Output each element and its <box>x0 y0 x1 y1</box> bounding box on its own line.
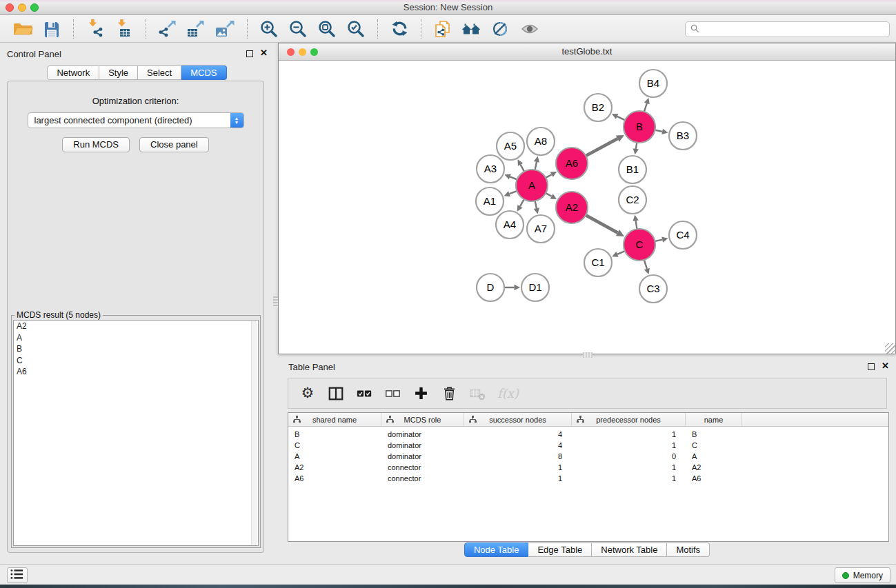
graph-node-B2[interactable]: B2 <box>584 94 612 121</box>
zoom-out-icon[interactable] <box>286 19 310 39</box>
column-header-name[interactable]: name <box>686 413 742 426</box>
refresh-icon[interactable] <box>388 19 411 39</box>
export-network-icon[interactable] <box>156 19 179 39</box>
graph-node-A2[interactable]: A2 <box>556 192 588 223</box>
graph-node-C[interactable]: C <box>624 229 655 261</box>
graph-edge-arrowhead <box>644 98 650 104</box>
graph-node-A[interactable]: A <box>516 170 548 201</box>
task-history-button[interactable] <box>7 567 28 583</box>
graph-node-A1[interactable]: A1 <box>476 187 504 215</box>
network-minimize-button[interactable] <box>299 48 306 56</box>
tab-select[interactable]: Select <box>138 65 181 80</box>
control-panel-close-icon[interactable]: ✕ <box>260 50 268 57</box>
export-table-icon[interactable] <box>185 19 208 39</box>
duplicate-network-icon[interactable] <box>431 19 455 39</box>
table-row-C[interactable]: Cdominator41C <box>288 440 888 451</box>
graph-node-B4[interactable]: B4 <box>639 70 667 97</box>
graph-node-A8[interactable]: A8 <box>527 128 555 155</box>
tab-mcds[interactable]: MCDS <box>181 65 226 80</box>
column-header-predecessor-nodes[interactable]: predecessor nodes <box>572 413 686 426</box>
graph-node-C2[interactable]: C2 <box>619 186 646 214</box>
graph-node-C4[interactable]: C4 <box>669 221 697 249</box>
window-resize-grip[interactable] <box>885 343 895 354</box>
mcds-result-item[interactable]: C <box>14 355 258 367</box>
desktop-background-strip <box>0 585 896 588</box>
mcds-result-item[interactable]: A2 <box>14 321 258 332</box>
control-panel-float-icon[interactable] <box>246 50 253 57</box>
zoom-selected-icon[interactable] <box>344 19 368 39</box>
graph-edge-A6-B[interactable] <box>584 139 617 156</box>
table-panel-close-icon[interactable]: ✕ <box>882 363 889 369</box>
column-header-label: MCDS role <box>404 416 441 424</box>
mcds-result-item[interactable]: B <box>14 343 258 355</box>
search-input[interactable] <box>699 22 889 37</box>
graph-node-A7[interactable]: A7 <box>527 215 555 243</box>
network-close-button[interactable] <box>287 48 295 56</box>
graph-node-D[interactable]: D <box>477 274 504 301</box>
graph-node-D1[interactable]: D1 <box>521 274 549 301</box>
memory-button[interactable]: Memory <box>835 567 890 583</box>
network-canvas[interactable]: B4B2BB3A5A8A6B1A3AC2A1A2A4A7CC4C1C3DD1 <box>279 61 895 354</box>
graph-node-label: C4 <box>676 229 689 241</box>
network-window-titlebar[interactable]: testGlobe.txt <box>279 43 895 61</box>
select-all-icon[interactable] <box>356 384 372 403</box>
graph-node-C3[interactable]: C3 <box>639 275 667 303</box>
cell-shared-name: A6 <box>288 474 381 483</box>
graph-node-B[interactable]: B <box>624 111 655 143</box>
cell-shared-name: C <box>288 441 381 449</box>
settings-icon[interactable]: ⚙ <box>299 384 316 403</box>
add-icon[interactable] <box>412 384 429 403</box>
column-header-shared-name[interactable]: shared name <box>288 413 381 426</box>
column-header-successor-nodes[interactable]: successor nodes <box>464 413 572 426</box>
graph-node-A6[interactable]: A6 <box>556 148 588 179</box>
table-row-B[interactable]: Bdominator41B <box>288 429 888 440</box>
save-session-icon[interactable] <box>40 19 63 39</box>
zoom-fit-icon[interactable] <box>315 19 339 39</box>
home-icon[interactable] <box>460 19 484 39</box>
close-panel-button[interactable]: Close panel <box>139 137 209 152</box>
table-panel-float-icon[interactable] <box>868 363 875 370</box>
graph-edge-A2-C[interactable] <box>584 214 617 232</box>
graph-node-A5[interactable]: A5 <box>497 132 524 160</box>
search-box[interactable] <box>685 21 890 37</box>
eye-slash-icon[interactable] <box>489 19 512 39</box>
result-scrollbar[interactable] <box>251 321 257 545</box>
unselect-all-icon[interactable] <box>384 384 401 403</box>
mcds-result-item[interactable]: A6 <box>14 366 258 378</box>
import-network-icon[interactable] <box>83 19 107 39</box>
dropdown-stepper-icon: ▲▼ <box>230 112 243 128</box>
run-mcds-button[interactable]: Run MCDS <box>62 137 130 152</box>
zoom-in-icon[interactable] <box>257 19 281 39</box>
trash-icon[interactable] <box>441 384 457 403</box>
table-row-A[interactable]: Adominator80A <box>288 451 888 462</box>
tab-network[interactable]: Network <box>47 65 99 80</box>
column-header-MCDS-role[interactable]: MCDS role <box>381 413 464 426</box>
table-row-A6[interactable]: A6connector11A6 <box>288 473 888 484</box>
tab-style[interactable]: Style <box>99 65 138 80</box>
network-maximize-button[interactable] <box>310 48 318 56</box>
graph-node-A4[interactable]: A4 <box>496 211 524 239</box>
columns-icon[interactable] <box>328 384 344 403</box>
network-window-title: testGlobe.txt <box>279 43 895 60</box>
import-table-icon[interactable] <box>112 19 136 39</box>
eye-icon[interactable] <box>518 19 541 39</box>
open-file-icon[interactable] <box>11 19 34 39</box>
close-window-button[interactable] <box>6 3 14 12</box>
criterion-dropdown[interactable]: largest connected component (directed) ▲… <box>28 112 244 128</box>
vertical-divider-grip[interactable] <box>273 296 278 307</box>
graph-node-A3[interactable]: A3 <box>477 155 504 183</box>
maximize-window-button[interactable] <box>30 3 39 12</box>
minimize-window-button[interactable] <box>18 3 26 12</box>
mcds-result-item[interactable]: A <box>14 332 258 344</box>
tab-motifs[interactable]: Motifs <box>667 543 710 557</box>
export-image-icon[interactable] <box>214 19 237 39</box>
tab-edge-table[interactable]: Edge Table <box>528 543 592 557</box>
graph-node-B1[interactable]: B1 <box>619 156 646 183</box>
horizontal-divider-grip[interactable] <box>583 352 593 358</box>
sitemap-icon <box>577 416 584 425</box>
tab-node-table[interactable]: Node Table <box>464 543 529 557</box>
table-row-A2[interactable]: A2connector11A2 <box>288 462 888 473</box>
graph-node-C1[interactable]: C1 <box>584 249 612 276</box>
tab-network-table[interactable]: Network Table <box>592 543 667 557</box>
graph-node-B3[interactable]: B3 <box>669 122 697 150</box>
